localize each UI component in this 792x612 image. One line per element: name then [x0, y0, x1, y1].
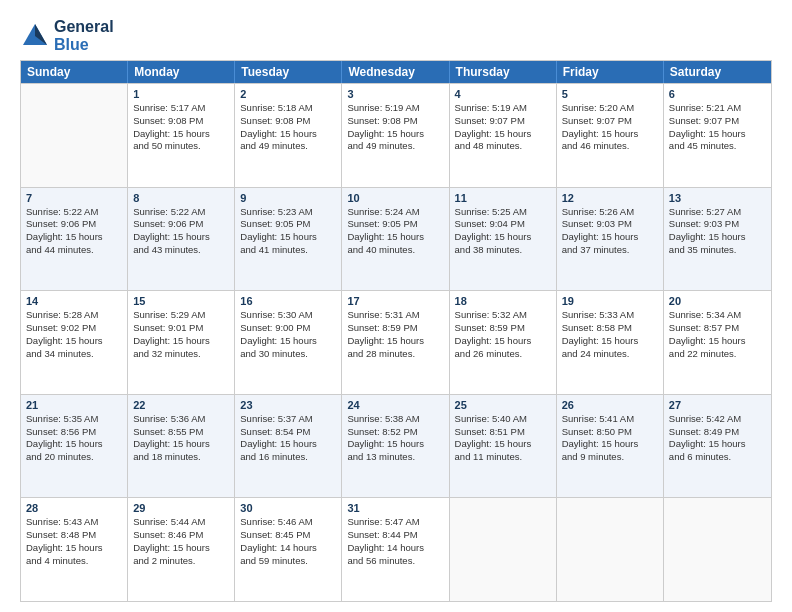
cell-text: Sunrise: 5:27 AM Sunset: 9:03 PM Dayligh… [669, 206, 766, 257]
day-number: 5 [562, 88, 658, 100]
calendar-cell-r1-c1: 8Sunrise: 5:22 AM Sunset: 9:06 PM Daylig… [128, 188, 235, 291]
cell-text: Sunrise: 5:35 AM Sunset: 8:56 PM Dayligh… [26, 413, 122, 464]
calendar-cell-r2-c4: 18Sunrise: 5:32 AM Sunset: 8:59 PM Dayli… [450, 291, 557, 394]
cell-text: Sunrise: 5:38 AM Sunset: 8:52 PM Dayligh… [347, 413, 443, 464]
calendar-cell-r2-c3: 17Sunrise: 5:31 AM Sunset: 8:59 PM Dayli… [342, 291, 449, 394]
calendar-cell-r4-c3: 31Sunrise: 5:47 AM Sunset: 8:44 PM Dayli… [342, 498, 449, 601]
calendar-cell-r2-c0: 14Sunrise: 5:28 AM Sunset: 9:02 PM Dayli… [21, 291, 128, 394]
cell-text: Sunrise: 5:43 AM Sunset: 8:48 PM Dayligh… [26, 516, 122, 567]
day-number: 12 [562, 192, 658, 204]
cell-text: Sunrise: 5:40 AM Sunset: 8:51 PM Dayligh… [455, 413, 551, 464]
cell-text: Sunrise: 5:22 AM Sunset: 9:06 PM Dayligh… [26, 206, 122, 257]
header-tuesday: Tuesday [235, 61, 342, 83]
cell-text: Sunrise: 5:18 AM Sunset: 9:08 PM Dayligh… [240, 102, 336, 153]
day-number: 29 [133, 502, 229, 514]
cell-text: Sunrise: 5:24 AM Sunset: 9:05 PM Dayligh… [347, 206, 443, 257]
calendar-row-0: 1Sunrise: 5:17 AM Sunset: 9:08 PM Daylig… [21, 83, 771, 187]
calendar-cell-r0-c0 [21, 84, 128, 187]
calendar-cell-r4-c2: 30Sunrise: 5:46 AM Sunset: 8:45 PM Dayli… [235, 498, 342, 601]
calendar-cell-r1-c2: 9Sunrise: 5:23 AM Sunset: 9:05 PM Daylig… [235, 188, 342, 291]
header-sunday: Sunday [21, 61, 128, 83]
calendar-cell-r3-c4: 25Sunrise: 5:40 AM Sunset: 8:51 PM Dayli… [450, 395, 557, 498]
calendar-cell-r1-c5: 12Sunrise: 5:26 AM Sunset: 9:03 PM Dayli… [557, 188, 664, 291]
header-monday: Monday [128, 61, 235, 83]
header-saturday: Saturday [664, 61, 771, 83]
day-number: 8 [133, 192, 229, 204]
calendar-cell-r1-c4: 11Sunrise: 5:25 AM Sunset: 9:04 PM Dayli… [450, 188, 557, 291]
calendar-cell-r2-c2: 16Sunrise: 5:30 AM Sunset: 9:00 PM Dayli… [235, 291, 342, 394]
calendar-cell-r2-c1: 15Sunrise: 5:29 AM Sunset: 9:01 PM Dayli… [128, 291, 235, 394]
calendar-header: Sunday Monday Tuesday Wednesday Thursday… [21, 61, 771, 83]
cell-text: Sunrise: 5:46 AM Sunset: 8:45 PM Dayligh… [240, 516, 336, 567]
day-number: 14 [26, 295, 122, 307]
calendar-cell-r4-c4 [450, 498, 557, 601]
day-number: 9 [240, 192, 336, 204]
day-number: 20 [669, 295, 766, 307]
day-number: 1 [133, 88, 229, 100]
day-number: 31 [347, 502, 443, 514]
day-number: 27 [669, 399, 766, 411]
logo-icon [20, 21, 50, 51]
day-number: 26 [562, 399, 658, 411]
cell-text: Sunrise: 5:28 AM Sunset: 9:02 PM Dayligh… [26, 309, 122, 360]
calendar-cell-r4-c1: 29Sunrise: 5:44 AM Sunset: 8:46 PM Dayli… [128, 498, 235, 601]
calendar-cell-r0-c2: 2Sunrise: 5:18 AM Sunset: 9:08 PM Daylig… [235, 84, 342, 187]
header: General Blue [20, 18, 772, 54]
calendar-body: 1Sunrise: 5:17 AM Sunset: 9:08 PM Daylig… [21, 83, 771, 601]
day-number: 18 [455, 295, 551, 307]
calendar-row-1: 7Sunrise: 5:22 AM Sunset: 9:06 PM Daylig… [21, 187, 771, 291]
day-number: 30 [240, 502, 336, 514]
calendar-row-4: 28Sunrise: 5:43 AM Sunset: 8:48 PM Dayli… [21, 497, 771, 601]
day-number: 4 [455, 88, 551, 100]
header-wednesday: Wednesday [342, 61, 449, 83]
day-number: 13 [669, 192, 766, 204]
calendar-cell-r4-c6 [664, 498, 771, 601]
cell-text: Sunrise: 5:23 AM Sunset: 9:05 PM Dayligh… [240, 206, 336, 257]
calendar-cell-r2-c5: 19Sunrise: 5:33 AM Sunset: 8:58 PM Dayli… [557, 291, 664, 394]
header-friday: Friday [557, 61, 664, 83]
calendar-cell-r0-c6: 6Sunrise: 5:21 AM Sunset: 9:07 PM Daylig… [664, 84, 771, 187]
calendar-cell-r1-c6: 13Sunrise: 5:27 AM Sunset: 9:03 PM Dayli… [664, 188, 771, 291]
day-number: 23 [240, 399, 336, 411]
cell-text: Sunrise: 5:30 AM Sunset: 9:00 PM Dayligh… [240, 309, 336, 360]
day-number: 22 [133, 399, 229, 411]
day-number: 15 [133, 295, 229, 307]
page: General Blue Sunday Monday Tuesday Wedne… [0, 0, 792, 612]
day-number: 6 [669, 88, 766, 100]
cell-text: Sunrise: 5:21 AM Sunset: 9:07 PM Dayligh… [669, 102, 766, 153]
calendar-row-2: 14Sunrise: 5:28 AM Sunset: 9:02 PM Dayli… [21, 290, 771, 394]
calendar-cell-r0-c5: 5Sunrise: 5:20 AM Sunset: 9:07 PM Daylig… [557, 84, 664, 187]
cell-text: Sunrise: 5:37 AM Sunset: 8:54 PM Dayligh… [240, 413, 336, 464]
day-number: 2 [240, 88, 336, 100]
day-number: 7 [26, 192, 122, 204]
cell-text: Sunrise: 5:26 AM Sunset: 9:03 PM Dayligh… [562, 206, 658, 257]
day-number: 16 [240, 295, 336, 307]
day-number: 28 [26, 502, 122, 514]
calendar-cell-r3-c5: 26Sunrise: 5:41 AM Sunset: 8:50 PM Dayli… [557, 395, 664, 498]
cell-text: Sunrise: 5:32 AM Sunset: 8:59 PM Dayligh… [455, 309, 551, 360]
calendar-cell-r0-c1: 1Sunrise: 5:17 AM Sunset: 9:08 PM Daylig… [128, 84, 235, 187]
cell-text: Sunrise: 5:33 AM Sunset: 8:58 PM Dayligh… [562, 309, 658, 360]
logo-text: General Blue [54, 18, 114, 54]
calendar-row-3: 21Sunrise: 5:35 AM Sunset: 8:56 PM Dayli… [21, 394, 771, 498]
calendar-cell-r4-c5 [557, 498, 664, 601]
day-number: 21 [26, 399, 122, 411]
calendar: Sunday Monday Tuesday Wednesday Thursday… [20, 60, 772, 602]
calendar-cell-r3-c0: 21Sunrise: 5:35 AM Sunset: 8:56 PM Dayli… [21, 395, 128, 498]
logo: General Blue [20, 18, 114, 54]
cell-text: Sunrise: 5:47 AM Sunset: 8:44 PM Dayligh… [347, 516, 443, 567]
calendar-cell-r0-c4: 4Sunrise: 5:19 AM Sunset: 9:07 PM Daylig… [450, 84, 557, 187]
cell-text: Sunrise: 5:41 AM Sunset: 8:50 PM Dayligh… [562, 413, 658, 464]
cell-text: Sunrise: 5:17 AM Sunset: 9:08 PM Dayligh… [133, 102, 229, 153]
day-number: 19 [562, 295, 658, 307]
calendar-cell-r3-c3: 24Sunrise: 5:38 AM Sunset: 8:52 PM Dayli… [342, 395, 449, 498]
calendar-cell-r0-c3: 3Sunrise: 5:19 AM Sunset: 9:08 PM Daylig… [342, 84, 449, 187]
cell-text: Sunrise: 5:31 AM Sunset: 8:59 PM Dayligh… [347, 309, 443, 360]
day-number: 25 [455, 399, 551, 411]
calendar-cell-r1-c3: 10Sunrise: 5:24 AM Sunset: 9:05 PM Dayli… [342, 188, 449, 291]
cell-text: Sunrise: 5:19 AM Sunset: 9:08 PM Dayligh… [347, 102, 443, 153]
calendar-cell-r4-c0: 28Sunrise: 5:43 AM Sunset: 8:48 PM Dayli… [21, 498, 128, 601]
cell-text: Sunrise: 5:34 AM Sunset: 8:57 PM Dayligh… [669, 309, 766, 360]
cell-text: Sunrise: 5:22 AM Sunset: 9:06 PM Dayligh… [133, 206, 229, 257]
cell-text: Sunrise: 5:29 AM Sunset: 9:01 PM Dayligh… [133, 309, 229, 360]
